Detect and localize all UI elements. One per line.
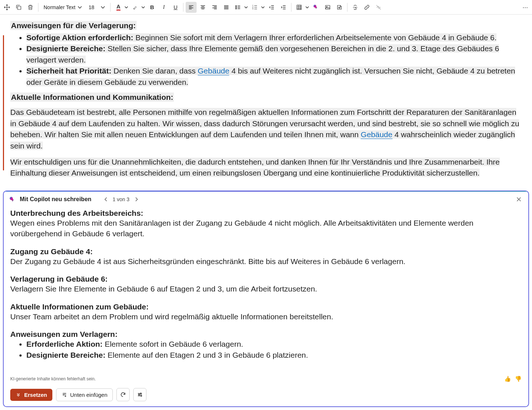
adjust-button[interactable] bbox=[133, 388, 146, 401]
close-button[interactable] bbox=[514, 195, 523, 204]
font-size-select[interactable]: 18 bbox=[86, 2, 108, 13]
suggestion-text: Der Zugang zu Gebäude 4 ist aus Sicherhe… bbox=[10, 256, 522, 267]
copilot-actions: Ersetzen Unten einfügen bbox=[4, 385, 528, 406]
svg-rect-0 bbox=[18, 6, 21, 10]
link-button[interactable] bbox=[361, 2, 372, 13]
paragraph-style-select[interactable]: Normaler Text bbox=[41, 2, 85, 13]
doc-paragraph: Wir entschuldigen uns für die Unannehmli… bbox=[10, 157, 523, 179]
bullet-list-button[interactable] bbox=[232, 2, 243, 13]
unlink-button[interactable] bbox=[373, 2, 384, 13]
svg-point-2 bbox=[236, 7, 237, 7]
svg-point-10 bbox=[339, 7, 339, 8]
insert-below-button[interactable]: Unten einfügen bbox=[56, 388, 113, 401]
bold-button[interactable]: B bbox=[146, 2, 157, 13]
sticker-button[interactable] bbox=[334, 2, 345, 13]
copilot-title: Mit Copilot neu schreiben bbox=[20, 196, 92, 203]
svg-point-13 bbox=[139, 394, 140, 395]
font-color-dropdown[interactable] bbox=[124, 2, 129, 13]
regenerate-button[interactable] bbox=[116, 388, 130, 401]
instruction-list: Sofortige Aktion erforderlich: Beginnen … bbox=[10, 32, 523, 88]
list-item: Sicherheit hat Priorität: Denken Sie dar… bbox=[26, 65, 523, 88]
document-body[interactable]: Anweisungen für die Verlagerung: Soforti… bbox=[0, 15, 532, 189]
align-center-button[interactable] bbox=[197, 2, 208, 13]
doc-paragraph: Das Gebäudeteam ist bestrebt, alle Perso… bbox=[10, 107, 523, 151]
paragraph-style-label: Normaler Text bbox=[44, 4, 75, 10]
spellcheck-word[interactable]: Gebäude bbox=[361, 130, 392, 139]
highlight-button[interactable] bbox=[130, 2, 141, 13]
font-color-button[interactable]: A bbox=[113, 2, 124, 13]
list-item: Designierte Bereiche: Stellen Sie sicher… bbox=[26, 43, 523, 65]
insert-below-label: Unten einfügen bbox=[70, 392, 108, 398]
copilot-body[interactable]: Unterbrechung des Arbeitsbereichs: Wegen… bbox=[4, 207, 528, 373]
underline-button[interactable]: U bbox=[170, 2, 181, 13]
list-item: Sofortige Aktion erforderlich: Beginnen … bbox=[26, 32, 523, 43]
list-item: Designierte Bereiche: Elemente auf den E… bbox=[26, 350, 522, 361]
suggestion-heading: Anweisungen zum Verlagern: bbox=[10, 330, 522, 339]
more-button[interactable]: ⋯ bbox=[520, 2, 531, 13]
svg-point-12 bbox=[141, 393, 142, 394]
copilot-header: Mit Copilot neu schreiben 1 von 3 bbox=[4, 191, 528, 207]
table-button[interactable] bbox=[294, 2, 305, 13]
ai-disclaimer: KI-generierte Inhalte können fehlerhaft … bbox=[4, 373, 528, 385]
suggestion-list: Erforderliche Aktion: Elemente sofort in… bbox=[10, 339, 522, 361]
doc-heading-1: Anweisungen für die Verlagerung: bbox=[10, 21, 137, 30]
prev-suggestion-button[interactable] bbox=[103, 196, 109, 203]
replace-button[interactable]: Ersetzen bbox=[10, 389, 52, 401]
suggestion-text: Unser Team arbeitet an dem Problem und w… bbox=[10, 311, 522, 322]
move-button[interactable] bbox=[1, 2, 12, 13]
suggestion-heading: Aktuelle Informationen zum Gebäude: bbox=[10, 302, 522, 311]
highlight-dropdown[interactable] bbox=[141, 2, 146, 13]
table-dropdown[interactable] bbox=[305, 2, 310, 13]
replace-button-label: Ersetzen bbox=[24, 392, 47, 398]
italic-button[interactable]: I bbox=[158, 2, 169, 13]
svg-text:3: 3 bbox=[253, 8, 254, 10]
suggestion-text: Verlagern Sie Ihre Elemente in Gebäude 6… bbox=[10, 283, 522, 294]
doc-heading-2: Aktuelle Informationen und Kommunikation… bbox=[10, 93, 174, 102]
thumbs-down-button[interactable]: 👎 bbox=[515, 376, 522, 382]
svg-point-14 bbox=[141, 395, 142, 396]
suggestion-heading: Verlagerung in Gebäude 6: bbox=[10, 275, 522, 283]
image-button[interactable] bbox=[322, 2, 333, 13]
toolbar: Normaler Text 18 A B I U 123 ⋯ bbox=[0, 0, 532, 15]
strikethrough-button[interactable] bbox=[350, 2, 361, 13]
svg-rect-7 bbox=[297, 5, 301, 10]
numbered-list-button[interactable]: 123 bbox=[249, 2, 260, 13]
svg-point-11 bbox=[340, 7, 341, 8]
font-color-letter: A bbox=[116, 4, 120, 11]
decrease-indent-button[interactable] bbox=[266, 2, 277, 13]
svg-point-1 bbox=[236, 5, 237, 6]
align-justify-button[interactable] bbox=[221, 2, 232, 13]
numbered-list-dropdown[interactable] bbox=[260, 2, 265, 13]
suggestion-heading: Zugang zu Gebäude 4: bbox=[10, 247, 522, 256]
spellcheck-word[interactable]: Gebäude bbox=[198, 67, 229, 75]
increase-indent-button[interactable] bbox=[278, 2, 289, 13]
bullet-list-dropdown[interactable] bbox=[243, 2, 249, 13]
svg-point-3 bbox=[236, 8, 237, 9]
suggestion-heading: Unterbrechung des Arbeitsbereichs: bbox=[10, 209, 522, 218]
copy-button[interactable] bbox=[13, 2, 24, 13]
next-suggestion-button[interactable] bbox=[133, 196, 140, 203]
align-left-button[interactable] bbox=[186, 2, 197, 13]
delete-button[interactable] bbox=[25, 2, 36, 13]
copilot-icon bbox=[9, 196, 16, 203]
align-right-button[interactable] bbox=[209, 2, 220, 13]
copilot-button[interactable] bbox=[310, 2, 321, 13]
svg-rect-8 bbox=[325, 5, 330, 9]
copilot-rewrite-panel: Mit Copilot neu schreiben 1 von 3 Unterb… bbox=[3, 191, 529, 407]
thumbs-up-button[interactable]: 👍 bbox=[504, 376, 511, 382]
font-size-value: 18 bbox=[89, 4, 94, 10]
suggestion-text: Wegen eines Problems mit den Sanitäranla… bbox=[10, 218, 522, 239]
list-item: Erforderliche Aktion: Elemente sofort in… bbox=[26, 339, 522, 350]
suggestion-counter: 1 von 3 bbox=[113, 196, 130, 202]
